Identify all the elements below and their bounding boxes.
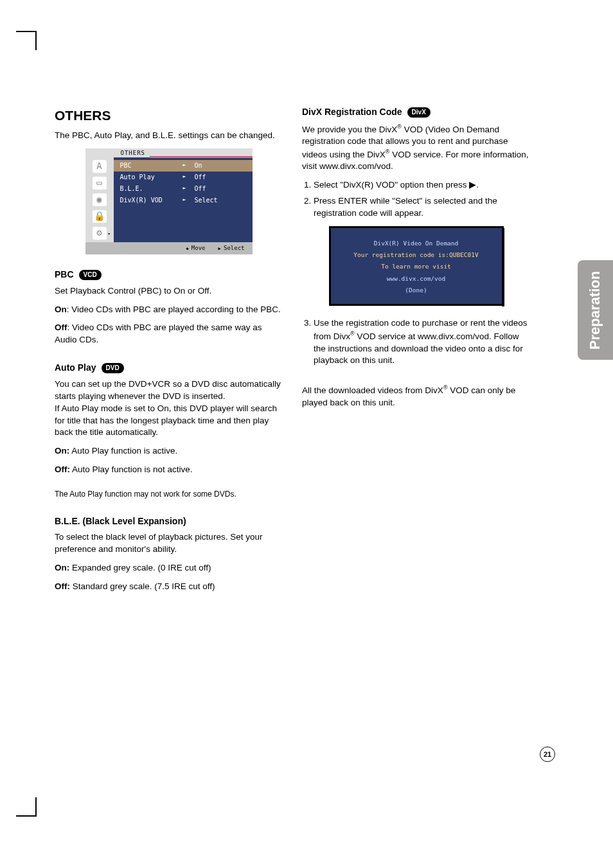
right-column: DivX Registration Code DivX We provide y… xyxy=(302,106,530,608)
divx-steps: Select "DivX(R) VOD" option then press ▶… xyxy=(302,179,530,220)
osd-row: Auto Play ► Off xyxy=(114,172,253,183)
left-column: OTHERS The PBC, Auto Play, and B.L.E. se… xyxy=(55,106,283,608)
section-autoplay: Auto Play DVD You can set up the DVD+VCR… xyxy=(55,362,283,500)
divx-note: All the downloaded videos from DivX® VOD… xyxy=(302,384,530,409)
heading-pbc: PBC VCD xyxy=(55,269,283,281)
page-number: 21 xyxy=(540,747,555,762)
crop-mark-top xyxy=(35,31,37,50)
step-2: Press ENTER while "Select" is selected a… xyxy=(314,195,530,220)
vcd-badge: VCD xyxy=(79,270,102,280)
section-tab-label: Preparation xyxy=(587,270,604,349)
osd-row: PBC ► On xyxy=(114,160,253,172)
dvd-badge: DVD xyxy=(102,363,124,373)
intro-text: The PBC, Auto Play, and B.L.E. settings … xyxy=(55,130,283,142)
section-ble: B.L.E. (Black Level Expansion) To select… xyxy=(55,515,283,593)
heading-autoplay: Auto Play DVD xyxy=(55,362,283,375)
osd-footer: Move Select xyxy=(85,242,253,254)
lock-icon: 🔒 xyxy=(93,210,107,223)
audio-icon: ◉ xyxy=(93,193,107,206)
language-icon: A xyxy=(93,160,107,173)
divx-badge: DivX xyxy=(407,107,431,118)
heading-others: OTHERS xyxy=(55,106,283,125)
section-divx: DivX Registration Code DivX We provide y… xyxy=(302,106,530,409)
osd-row: B.L.E. ► Off xyxy=(114,183,253,195)
page-content: OTHERS The PBC, Auto Play, and B.L.E. se… xyxy=(55,106,543,608)
step-3: Use the registration code to purchase or… xyxy=(314,317,530,367)
heading-ble: B.L.E. (Black Level Expansion) xyxy=(55,515,283,528)
osd-list: PBC ► On Auto Play ► Off B.L.E. ► Of xyxy=(114,157,253,242)
crop-mark-bottom xyxy=(35,797,37,817)
autoplay-note: The Auto Play function may not work for … xyxy=(55,489,283,500)
section-tab: Preparation xyxy=(578,260,613,360)
step-1: Select "DivX(R) VOD" option then press ▶… xyxy=(314,179,530,191)
others-icon: ⚙ xyxy=(93,227,107,240)
osd-icon-column: A ▭ ◉ 🔒 ⚙ xyxy=(85,157,114,242)
osd-row: DivX(R) VOD ► Select xyxy=(114,195,253,206)
heading-divx: DivX Registration Code DivX xyxy=(302,106,530,119)
section-pbc: PBC VCD Set Playback Control (PBC) to On… xyxy=(55,269,283,346)
osd-menu-figure: OTHERS A ▭ ◉ 🔒 ⚙ PBC ► On xyxy=(85,148,253,254)
divx-dialog-figure: DivX(R) Video On Demand Your registratio… xyxy=(329,226,504,306)
display-icon: ▭ xyxy=(93,177,107,190)
